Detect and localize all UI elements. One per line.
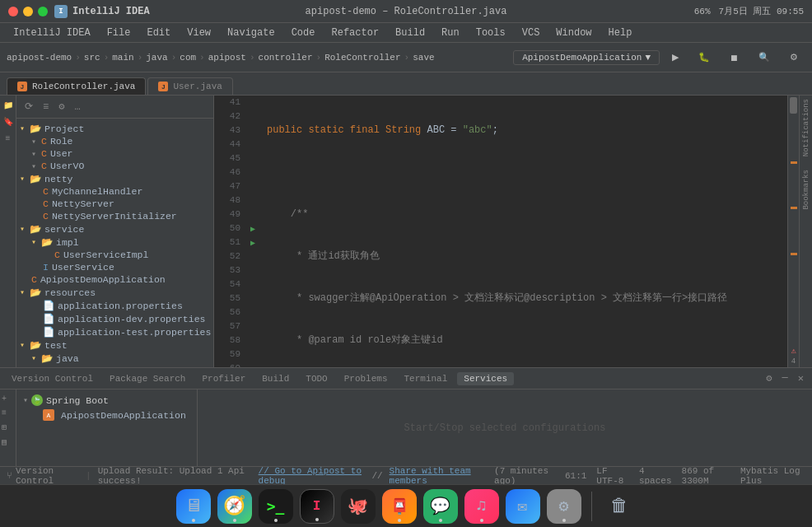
- tree-item-appprops[interactable]: 📄 application.properties: [16, 299, 213, 312]
- tab-terminal[interactable]: Terminal: [398, 372, 455, 385]
- tree-item-service[interactable]: ▾ 📂 service: [16, 222, 213, 236]
- tab-user[interactable]: J User.java: [147, 77, 232, 95]
- structure-icon[interactable]: ≡: [2, 132, 15, 145]
- tree-content[interactable]: ▾ 📂 Project ▾ C Role ▾ C User ▾ C UserVO: [16, 119, 213, 367]
- tree-item-test[interactable]: ▾ 📂 test: [16, 338, 213, 352]
- tree-more-btn[interactable]: …: [71, 100, 83, 114]
- tab-package-search[interactable]: Package Search: [103, 372, 192, 385]
- dock-intellij[interactable]: I: [300, 489, 334, 524]
- project-icon[interactable]: 📁: [2, 99, 15, 112]
- services-item-springboot[interactable]: ▾ 🍃 Spring Boot: [20, 393, 194, 408]
- scrollbar-thumb[interactable]: [790, 97, 797, 114]
- breadcrumb-project[interactable]: apipost-demo: [7, 53, 72, 63]
- tree-item-java[interactable]: ▾ 📂 java: [16, 352, 213, 365]
- share-link[interactable]: Share with team members: [390, 466, 488, 486]
- tree-item-nettyserver[interactable]: C NettyServer: [16, 198, 213, 210]
- tab-services[interactable]: Services: [457, 372, 514, 385]
- tree-item-apipostdemoapplication[interactable]: C ApipostDemoApplication: [16, 273, 213, 286]
- menu-help[interactable]: Help: [602, 26, 639, 40]
- tree-item-impl[interactable]: ▾ 📂 impl: [16, 236, 213, 249]
- tree-item-nettyserverinitializer[interactable]: C NettyServerInitializer: [16, 210, 213, 222]
- menu-code[interactable]: Code: [285, 26, 322, 40]
- dock-safari[interactable]: 🧭: [217, 489, 252, 524]
- tree-sync-btn[interactable]: ⟳: [21, 99, 36, 114]
- menu-view[interactable]: View: [180, 26, 217, 40]
- tab-version-control[interactable]: Version Control: [5, 372, 100, 385]
- indent-status[interactable]: 4 spaces: [639, 466, 672, 486]
- services-filter-icon[interactable]: ⊞: [0, 421, 16, 434]
- breadcrumb-save[interactable]: save: [413, 53, 434, 63]
- dock-mail[interactable]: ✉: [506, 489, 540, 524]
- services-list-icon[interactable]: ≡: [0, 407, 16, 419]
- tree-item-uservo[interactable]: ▾ C UserVO: [16, 160, 213, 172]
- breadcrumb-java[interactable]: java: [146, 53, 167, 63]
- search-button[interactable]: 🔍: [751, 49, 777, 66]
- menu-vcs[interactable]: VCS: [516, 26, 547, 40]
- dock-apipost[interactable]: 📮: [382, 489, 417, 524]
- tree-item-apptestprops[interactable]: 📄 application-test.properties: [16, 325, 213, 338]
- maximize-button[interactable]: [38, 7, 48, 16]
- tab-rolecontroller[interactable]: J RoleController.java: [7, 77, 146, 95]
- bookmarks-icon[interactable]: 🔖: [2, 115, 15, 128]
- traffic-lights[interactable]: [8, 7, 48, 16]
- bottom-gear-icon[interactable]: ⚙: [763, 371, 775, 386]
- menu-build[interactable]: Build: [389, 26, 432, 40]
- minimize-button[interactable]: [23, 7, 33, 16]
- dock-music[interactable]: ♫: [464, 489, 499, 524]
- tree-item-netty[interactable]: ▾ 📂 netty: [16, 172, 213, 185]
- menu-intellij[interactable]: IntelliJ IDEA: [7, 26, 97, 40]
- breadcrumb-src[interactable]: src: [84, 53, 100, 63]
- bottom-close-icon[interactable]: ✕: [795, 371, 807, 386]
- menu-run[interactable]: Run: [435, 26, 466, 40]
- bottom-minimize-icon[interactable]: —: [779, 371, 791, 386]
- dock-git[interactable]: 🐙: [341, 489, 376, 524]
- dock-terminal[interactable]: >_: [259, 489, 293, 524]
- debug-button[interactable]: 🐛: [691, 49, 717, 66]
- tab-profiler[interactable]: Profiler: [195, 372, 252, 385]
- stop-button[interactable]: ⏹: [722, 49, 746, 66]
- services-item-app[interactable]: A ApipostDemoApplication: [20, 408, 194, 422]
- tab-todo[interactable]: TODO: [299, 372, 334, 385]
- dock-trash[interactable]: 🗑: [602, 489, 637, 524]
- run-config-selector[interactable]: ApipostDemoApplication ▼: [513, 50, 660, 65]
- tree-item-user[interactable]: ▾ C User: [16, 147, 213, 160]
- menu-tools[interactable]: Tools: [469, 26, 512, 40]
- settings-button[interactable]: ⚙: [782, 49, 805, 66]
- memory-status[interactable]: 869 of 3300M: [682, 466, 730, 486]
- menu-window[interactable]: Window: [549, 26, 598, 40]
- breadcrumb-controller[interactable]: controller: [259, 53, 313, 63]
- run-gutter-icon[interactable]: ▶: [250, 224, 255, 234]
- tree-item-mychannelhandler[interactable]: C MyChannelHandler: [16, 185, 213, 198]
- run-gutter-icon2[interactable]: ▶: [250, 238, 255, 248]
- tree-collapse-btn[interactable]: ≡: [40, 100, 52, 114]
- dock-settings[interactable]: ⚙: [547, 489, 581, 524]
- goto-apipost-link[interactable]: // Go to Apipost to debug: [259, 466, 366, 486]
- line-col-status[interactable]: 61:1: [565, 471, 586, 481]
- notification-status[interactable]: Upload Result: Upload 1 Api success! // …: [98, 466, 558, 486]
- tab-build[interactable]: Build: [255, 372, 296, 385]
- menu-navigate[interactable]: Navigate: [221, 26, 282, 40]
- breadcrumb-main[interactable]: main: [112, 53, 133, 63]
- notifications-label[interactable]: Notifications: [800, 96, 812, 160]
- breadcrumb-rolecontroller[interactable]: RoleController: [324, 53, 400, 63]
- tree-item-appdevprops[interactable]: 📄 application-dev.properties: [16, 312, 213, 325]
- encoding-status[interactable]: LF UTF-8: [596, 466, 629, 486]
- services-add-icon[interactable]: +: [0, 393, 16, 405]
- editor-content[interactable]: 41 42 43 44 45 46 47 48 49 50 51 52 53 5…: [214, 96, 812, 367]
- tree-item-project[interactable]: ▾ 📂 Project: [16, 122, 213, 135]
- plugin-status[interactable]: Mybatis Log Plus: [740, 466, 805, 486]
- services-group-icon[interactable]: ▤: [0, 436, 16, 449]
- dock-finder[interactable]: 🖥: [176, 489, 211, 524]
- close-button[interactable]: [8, 7, 18, 16]
- git-status[interactable]: ⑂ Version Control: [7, 466, 79, 486]
- code-editor[interactable]: public static final String ABC = "abc"; …: [260, 96, 787, 367]
- menu-refactor[interactable]: Refactor: [324, 26, 385, 40]
- breadcrumb-com[interactable]: com: [180, 53, 196, 63]
- bookmarks-label[interactable]: Bookmarks: [800, 166, 812, 213]
- tree-item-userserviceimpl[interactable]: C UserServiceImpl: [16, 249, 213, 261]
- menu-edit[interactable]: Edit: [140, 26, 177, 40]
- run-button[interactable]: ▶: [665, 49, 686, 66]
- tree-item-role[interactable]: ▾ C Role: [16, 135, 213, 147]
- dock-wechat[interactable]: 💬: [423, 489, 458, 524]
- tree-item-resources[interactable]: ▾ 📂 resources: [16, 286, 213, 299]
